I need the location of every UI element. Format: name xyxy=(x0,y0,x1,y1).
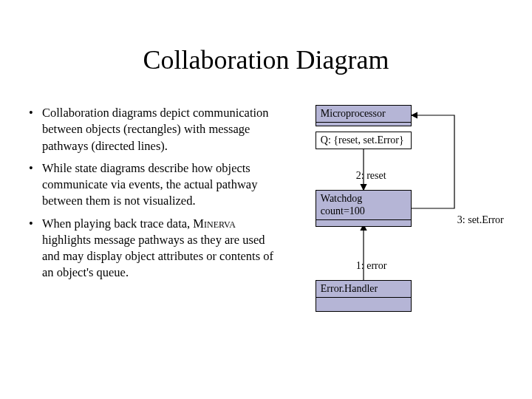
collaboration-diagram: Microprocessor Q: {reset, set.Error} 2: … xyxy=(293,105,502,341)
object-queue: Q: {reset, set.Error} xyxy=(316,132,412,149)
object-name: Microprocessor xyxy=(316,106,411,123)
queue-contents: Q: {reset, set.Error} xyxy=(316,132,411,149)
object-microprocessor: Microprocessor xyxy=(316,105,412,126)
message-label-error: 1: error xyxy=(356,260,387,272)
bullet-item: Collaboration diagrams depict communicat… xyxy=(26,105,279,154)
object-name: Error.Handler xyxy=(316,281,411,298)
object-attrs: count=100 xyxy=(316,205,411,220)
object-name: Watchdog xyxy=(316,191,411,205)
message-label-seterror: 3: set.Error xyxy=(457,214,504,226)
content-area: Collaboration diagrams depict communicat… xyxy=(0,105,532,341)
object-watchdog: Watchdog count=100 xyxy=(316,190,412,227)
bullet-list: Collaboration diagrams depict communicat… xyxy=(26,105,279,341)
object-attrs xyxy=(316,298,411,311)
bullet-item: When playing back trace data, Minerva hi… xyxy=(26,216,279,282)
message-label-reset: 2: reset xyxy=(356,170,386,182)
bullet-item: While state diagrams describe how object… xyxy=(26,160,279,210)
page-title: Collaboration Diagram xyxy=(0,44,532,75)
object-body xyxy=(316,220,411,226)
object-attrs xyxy=(316,123,411,126)
object-errorhandler: Error.Handler xyxy=(316,280,412,312)
